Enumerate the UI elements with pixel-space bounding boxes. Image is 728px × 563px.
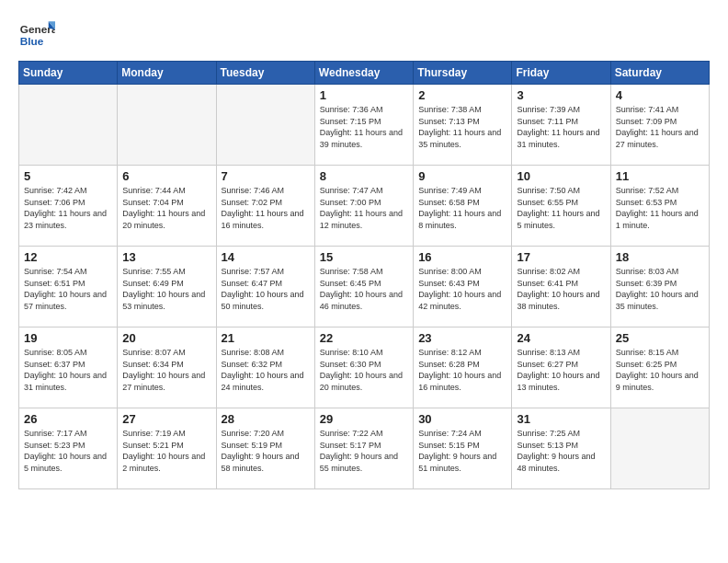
day-info: Sunrise: 7:41 AMSunset: 7:09 PMDaylight:… — [616, 104, 704, 150]
day-info: Sunrise: 8:08 AMSunset: 6:32 PMDaylight:… — [222, 347, 310, 393]
day-number: 26 — [24, 412, 112, 426]
day-number: 22 — [320, 331, 408, 345]
calendar-cell: 4Sunrise: 7:41 AMSunset: 7:09 PMDaylight… — [610, 85, 709, 166]
calendar-cell: 19Sunrise: 8:05 AMSunset: 6:37 PMDayligh… — [19, 327, 118, 408]
calendar-cell — [118, 85, 216, 166]
calendar-cell: 15Sunrise: 7:58 AMSunset: 6:45 PMDayligh… — [314, 247, 413, 327]
day-info: Sunrise: 7:46 AMSunset: 7:02 PMDaylight:… — [222, 185, 310, 231]
day-number: 28 — [222, 412, 310, 426]
day-number: 19 — [24, 331, 112, 345]
calendar-cell — [216, 85, 314, 166]
calendar-cell: 14Sunrise: 7:57 AMSunset: 6:47 PMDayligh… — [216, 247, 314, 327]
calendar-cell — [19, 85, 118, 166]
calendar-cell — [610, 408, 709, 489]
day-number: 15 — [320, 250, 408, 264]
day-number: 23 — [418, 331, 506, 345]
calendar-cell: 21Sunrise: 8:08 AMSunset: 6:32 PMDayligh… — [216, 327, 314, 408]
calendar-cell: 28Sunrise: 7:20 AMSunset: 5:19 PMDayligh… — [216, 408, 314, 489]
day-number: 25 — [616, 331, 704, 345]
day-info: Sunrise: 7:49 AMSunset: 6:58 PMDaylight:… — [418, 185, 506, 231]
day-info: Sunrise: 7:20 AMSunset: 5:19 PMDaylight:… — [222, 428, 310, 474]
day-info: Sunrise: 8:15 AMSunset: 6:25 PMDaylight:… — [616, 347, 704, 393]
day-number: 20 — [122, 331, 210, 345]
day-info: Sunrise: 7:39 AMSunset: 7:11 PMDaylight:… — [517, 104, 605, 150]
day-number: 10 — [517, 169, 605, 183]
day-info: Sunrise: 7:42 AMSunset: 7:06 PMDaylight:… — [24, 185, 112, 231]
day-info: Sunrise: 7:24 AMSunset: 5:15 PMDaylight:… — [418, 428, 506, 474]
calendar-cell: 24Sunrise: 8:13 AMSunset: 6:27 PMDayligh… — [512, 327, 610, 408]
calendar-week-4: 19Sunrise: 8:05 AMSunset: 6:37 PMDayligh… — [19, 327, 710, 408]
weekday-header-saturday: Saturday — [610, 62, 709, 85]
day-info: Sunrise: 7:44 AMSunset: 7:04 PMDaylight:… — [122, 185, 210, 231]
day-number: 31 — [517, 412, 605, 426]
day-info: Sunrise: 7:58 AMSunset: 6:45 PMDaylight:… — [320, 266, 408, 312]
weekday-header-sunday: Sunday — [19, 62, 118, 85]
day-info: Sunrise: 8:05 AMSunset: 6:37 PMDaylight:… — [24, 347, 112, 393]
day-number: 2 — [418, 88, 506, 102]
calendar-week-3: 12Sunrise: 7:54 AMSunset: 6:51 PMDayligh… — [19, 247, 710, 327]
day-info: Sunrise: 7:38 AMSunset: 7:13 PMDaylight:… — [418, 104, 506, 150]
day-number: 11 — [616, 169, 704, 183]
calendar-week-1: 1Sunrise: 7:36 AMSunset: 7:15 PMDaylight… — [19, 85, 710, 166]
calendar-cell: 16Sunrise: 8:00 AMSunset: 6:43 PMDayligh… — [414, 247, 512, 327]
calendar-cell: 29Sunrise: 7:22 AMSunset: 5:17 PMDayligh… — [314, 408, 413, 489]
calendar-cell: 22Sunrise: 8:10 AMSunset: 6:30 PMDayligh… — [314, 327, 413, 408]
weekday-header-monday: Monday — [118, 62, 216, 85]
day-number: 21 — [222, 331, 310, 345]
day-info: Sunrise: 7:36 AMSunset: 7:15 PMDaylight:… — [320, 104, 408, 150]
logo: General Blue — [18, 15, 55, 52]
weekday-header-tuesday: Tuesday — [216, 62, 314, 85]
day-info: Sunrise: 8:00 AMSunset: 6:43 PMDaylight:… — [418, 266, 506, 312]
day-number: 14 — [222, 250, 310, 264]
page-header: General Blue — [18, 15, 710, 52]
day-info: Sunrise: 8:13 AMSunset: 6:27 PMDaylight:… — [517, 347, 605, 393]
day-info: Sunrise: 8:02 AMSunset: 6:41 PMDaylight:… — [517, 266, 605, 312]
calendar-cell: 26Sunrise: 7:17 AMSunset: 5:23 PMDayligh… — [19, 408, 118, 489]
day-info: Sunrise: 7:50 AMSunset: 6:55 PMDaylight:… — [517, 185, 605, 231]
day-number: 4 — [616, 88, 704, 102]
day-info: Sunrise: 7:19 AMSunset: 5:21 PMDaylight:… — [122, 428, 210, 474]
svg-text:Blue: Blue — [20, 35, 44, 48]
weekday-header-friday: Friday — [512, 62, 610, 85]
day-number: 29 — [320, 412, 408, 426]
calendar-cell: 6Sunrise: 7:44 AMSunset: 7:04 PMDaylight… — [118, 166, 216, 247]
day-info: Sunrise: 8:10 AMSunset: 6:30 PMDaylight:… — [320, 347, 408, 393]
day-info: Sunrise: 7:17 AMSunset: 5:23 PMDaylight:… — [24, 428, 112, 474]
day-info: Sunrise: 8:03 AMSunset: 6:39 PMDaylight:… — [616, 266, 704, 312]
day-number: 30 — [418, 412, 506, 426]
day-number: 16 — [418, 250, 506, 264]
calendar-table: SundayMondayTuesdayWednesdayThursdayFrid… — [18, 61, 710, 489]
calendar-cell: 3Sunrise: 7:39 AMSunset: 7:11 PMDaylight… — [512, 85, 610, 166]
day-info: Sunrise: 7:25 AMSunset: 5:13 PMDaylight:… — [517, 428, 605, 474]
calendar-cell: 25Sunrise: 8:15 AMSunset: 6:25 PMDayligh… — [610, 327, 709, 408]
calendar-cell: 31Sunrise: 7:25 AMSunset: 5:13 PMDayligh… — [512, 408, 610, 489]
day-number: 8 — [320, 169, 408, 183]
calendar-cell: 17Sunrise: 8:02 AMSunset: 6:41 PMDayligh… — [512, 247, 610, 327]
calendar-cell: 27Sunrise: 7:19 AMSunset: 5:21 PMDayligh… — [118, 408, 216, 489]
calendar-header-row: SundayMondayTuesdayWednesdayThursdayFrid… — [19, 62, 710, 85]
day-info: Sunrise: 7:47 AMSunset: 7:00 PMDaylight:… — [320, 185, 408, 231]
day-number: 18 — [616, 250, 704, 264]
day-number: 24 — [517, 331, 605, 345]
calendar-cell: 30Sunrise: 7:24 AMSunset: 5:15 PMDayligh… — [414, 408, 512, 489]
calendar-week-5: 26Sunrise: 7:17 AMSunset: 5:23 PMDayligh… — [19, 408, 710, 489]
calendar-cell: 2Sunrise: 7:38 AMSunset: 7:13 PMDaylight… — [414, 85, 512, 166]
day-info: Sunrise: 7:55 AMSunset: 6:49 PMDaylight:… — [122, 266, 210, 312]
calendar-cell: 9Sunrise: 7:49 AMSunset: 6:58 PMDaylight… — [414, 166, 512, 247]
calendar-cell: 10Sunrise: 7:50 AMSunset: 6:55 PMDayligh… — [512, 166, 610, 247]
day-info: Sunrise: 7:52 AMSunset: 6:53 PMDaylight:… — [616, 185, 704, 231]
day-number: 7 — [222, 169, 310, 183]
calendar-cell: 7Sunrise: 7:46 AMSunset: 7:02 PMDaylight… — [216, 166, 314, 247]
day-number: 1 — [320, 88, 408, 102]
day-number: 17 — [517, 250, 605, 264]
calendar-cell: 18Sunrise: 8:03 AMSunset: 6:39 PMDayligh… — [610, 247, 709, 327]
day-number: 3 — [517, 88, 605, 102]
calendar-cell: 8Sunrise: 7:47 AMSunset: 7:00 PMDaylight… — [314, 166, 413, 247]
day-info: Sunrise: 8:07 AMSunset: 6:34 PMDaylight:… — [122, 347, 210, 393]
calendar-cell: 12Sunrise: 7:54 AMSunset: 6:51 PMDayligh… — [19, 247, 118, 327]
calendar-cell: 1Sunrise: 7:36 AMSunset: 7:15 PMDaylight… — [314, 85, 413, 166]
calendar-cell: 5Sunrise: 7:42 AMSunset: 7:06 PMDaylight… — [19, 166, 118, 247]
calendar-cell: 23Sunrise: 8:12 AMSunset: 6:28 PMDayligh… — [414, 327, 512, 408]
weekday-header-thursday: Thursday — [414, 62, 512, 85]
calendar-cell: 20Sunrise: 8:07 AMSunset: 6:34 PMDayligh… — [118, 327, 216, 408]
